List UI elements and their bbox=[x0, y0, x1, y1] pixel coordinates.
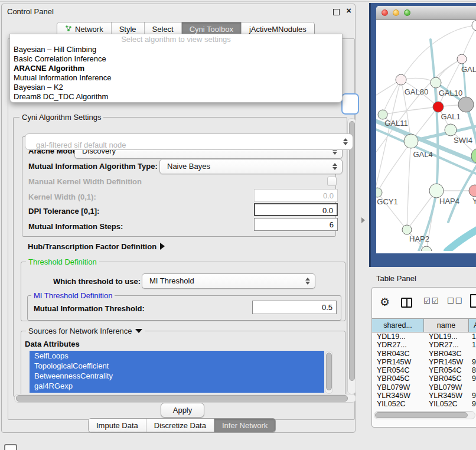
mi-threshold-group: MI Threshold Definition Mutual Informati… bbox=[27, 295, 341, 321]
data-attributes-label: Data Attributes bbox=[25, 340, 80, 348]
cyni-algorithm-settings-title: Cyni Algorithm Settings bbox=[19, 113, 103, 122]
table-row[interactable]: YPR145WYPR145W9. bbox=[372, 358, 476, 366]
table-row[interactable]: YBL079WYBL079W bbox=[372, 383, 476, 392]
attribute-item-betweennesscentrality[interactable]: BetweennessCentrality bbox=[30, 371, 324, 381]
tab-label: Infer Network bbox=[222, 421, 268, 430]
network-node-gal10[interactable] bbox=[431, 77, 441, 88]
kernel-width-field: 0.0 bbox=[254, 189, 338, 202]
table-cell: 9 bbox=[469, 400, 476, 408]
mi-type-value: Naive Bayes bbox=[167, 162, 210, 171]
table-row[interactable]: YLR345WYLR345W9. bbox=[372, 392, 476, 400]
table-cell: YBR045C bbox=[424, 374, 469, 383]
table-rows: YDL19...YDL19...13YDR27...YDR27...12YBR0… bbox=[372, 332, 476, 409]
attributes-scrollbar[interactable] bbox=[325, 351, 333, 394]
split-columns-icon[interactable] bbox=[401, 298, 412, 308]
float-window-icon[interactable] bbox=[333, 9, 340, 15]
tab-label: Discretize Data bbox=[154, 421, 206, 430]
hub-definition-toggle[interactable]: Hub/Transcription Factor Definition bbox=[28, 242, 165, 251]
network-node-hap2[interactable] bbox=[402, 225, 412, 234]
table-row[interactable]: YDL19...YDL19...13 bbox=[372, 332, 476, 341]
table-row[interactable]: YIL052CYIL052C9 bbox=[372, 400, 476, 408]
network-node-hap4[interactable] bbox=[429, 184, 444, 198]
attribute-item-selfloops[interactable]: SelfLoops bbox=[30, 351, 324, 361]
table-row[interactable]: YER054CYER054C8. bbox=[372, 366, 476, 374]
combo-arrows-icon bbox=[343, 138, 348, 145]
table-row[interactable]: YDR27...YDR27...12 bbox=[372, 341, 476, 349]
table-cell: YLR345W bbox=[424, 392, 469, 400]
algorithm-option-dream8-dc-tdc-algorithm[interactable]: Dream8 DC_TDC Algorithm bbox=[10, 92, 342, 102]
algorithm-option-bayesian-k2[interactable]: Bayesian – K2 bbox=[10, 83, 342, 92]
dpi-tolerance-field[interactable]: 0.0 bbox=[254, 203, 338, 216]
column-header-name[interactable]: name bbox=[424, 319, 469, 332]
node-label-hap2: HAP2 bbox=[409, 234, 429, 243]
close-icon[interactable]: × bbox=[346, 5, 351, 15]
network-node[interactable] bbox=[472, 20, 476, 31]
threshold-definition-title: Threshold Definition bbox=[26, 257, 99, 266]
network-node-gal[interactable] bbox=[457, 54, 467, 64]
tab-label: Select bbox=[152, 25, 174, 34]
apply-button[interactable]: Apply bbox=[161, 403, 204, 418]
tab-label: Cyni Toolbox bbox=[190, 25, 233, 34]
mi-type-combo[interactable]: Naive Bayes bbox=[159, 159, 343, 174]
control-panel-bottom-tabs: Impute DataDiscretize DataInfer Network bbox=[88, 418, 276, 432]
tab-discretize-data[interactable]: Discretize Data bbox=[146, 419, 214, 432]
table-header-row: shared...nameA bbox=[372, 318, 476, 332]
settings-vertical-scrollbar[interactable] bbox=[347, 118, 356, 394]
network-node-gcy1[interactable] bbox=[376, 188, 382, 197]
table-cell: YBL079W bbox=[424, 383, 469, 392]
threshold-definition-group: Threshold Definition Which threshold to … bbox=[21, 262, 345, 321]
algorithm-option-mutual-information-inference[interactable]: Mutual Information Inference bbox=[10, 73, 342, 83]
close-traffic-light-icon[interactable] bbox=[382, 9, 388, 16]
which-threshold-combo[interactable]: MI Threshold bbox=[142, 273, 315, 289]
node-label-swi4: SWI4 bbox=[454, 136, 472, 145]
table-row[interactable]: YBR045CYBR045C9. bbox=[372, 374, 476, 383]
column-header-shared[interactable]: shared... bbox=[372, 319, 424, 332]
checked-boxes-icon[interactable]: ☑☑ bbox=[423, 296, 439, 305]
network-node[interactable] bbox=[458, 97, 474, 112]
network-node-gal11[interactable] bbox=[378, 110, 387, 119]
node-label-gal10: GAL10 bbox=[439, 89, 462, 97]
gear-icon[interactable]: ⚙ bbox=[380, 295, 390, 309]
algorithm-dropdown-prompt: Select algorithm to view settings bbox=[10, 34, 342, 45]
collapse-down-icon bbox=[135, 329, 142, 333]
network-graph-icon bbox=[65, 25, 72, 34]
table-cell: YDL19... bbox=[424, 332, 469, 341]
minimize-traffic-light-icon[interactable] bbox=[393, 9, 399, 16]
network-node-swi4[interactable] bbox=[445, 124, 457, 136]
column-header-a[interactable]: A bbox=[469, 319, 476, 332]
document-icon[interactable] bbox=[470, 294, 476, 308]
minimized-panel-icon[interactable] bbox=[4, 444, 17, 450]
network-node-gal1[interactable] bbox=[433, 102, 444, 112]
mi-threshold-field[interactable]: 0.5 bbox=[252, 301, 337, 314]
settings-horizontal-scrollbar[interactable] bbox=[14, 394, 356, 403]
table-cell: YBR045C bbox=[372, 374, 424, 383]
network-selector-combo[interactable]: gal-filtered sif default node bbox=[25, 133, 353, 150]
table-horizontal-scrollbar[interactable] bbox=[374, 411, 475, 419]
mi-threshold-label: Mutual Information Threshold: bbox=[34, 304, 145, 313]
network-node-y[interactable] bbox=[469, 185, 476, 197]
panel-divider-collapse-icon[interactable] bbox=[361, 217, 365, 223]
table-cell: YIL052C bbox=[424, 400, 469, 408]
network-canvas[interactable]: GAL80GALGAL10GAL1GAL11SWI4GAL4GCY1HAP4YH… bbox=[376, 20, 476, 251]
network-node-gal4[interactable] bbox=[404, 134, 418, 148]
algorithm-option-aracne-algorithm[interactable]: ARACNE Algorithm bbox=[10, 64, 342, 73]
algorithm-option-bayesian-hill-climbing[interactable]: Bayesian – Hill Climbing bbox=[10, 45, 342, 54]
algorithm-option-basic-correlation-inference[interactable]: Basic Correlation Inference bbox=[10, 54, 342, 64]
network-window-titlebar bbox=[376, 6, 476, 20]
table-row[interactable]: YBR043CYBR043C bbox=[372, 350, 476, 358]
unchecked-boxes-icon[interactable]: ☐☐ bbox=[447, 296, 463, 305]
inference-algorithm-combo-fragment[interactable] bbox=[341, 93, 359, 115]
attribute-item-topologicalcoefficient[interactable]: TopologicalCoefficient bbox=[30, 361, 324, 371]
attribute-item-gal4rgexp[interactable]: gal4RGexp bbox=[30, 381, 324, 391]
network-edge bbox=[447, 227, 476, 251]
tab-infer-network[interactable]: Infer Network bbox=[214, 419, 275, 432]
kernel-width-label: Kernel Width (0,1): bbox=[28, 193, 96, 201]
table-cell: YDR27... bbox=[372, 341, 424, 349]
tab-impute-data[interactable]: Impute Data bbox=[89, 419, 146, 432]
tab-label: Style bbox=[119, 25, 136, 34]
sources-toggle[interactable]: Sources for Network Inference bbox=[26, 327, 145, 335]
network-node-gal80[interactable] bbox=[396, 74, 406, 85]
mi-steps-field[interactable]: 6 bbox=[254, 218, 338, 231]
tab-label: Network bbox=[75, 25, 103, 34]
zoom-traffic-light-icon[interactable] bbox=[404, 9, 410, 16]
